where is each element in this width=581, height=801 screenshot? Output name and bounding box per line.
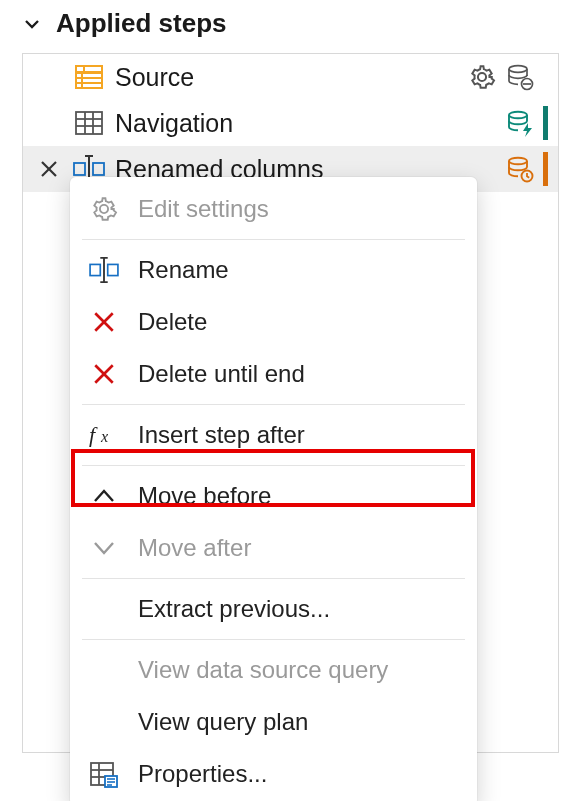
menu-label: Insert step after	[138, 421, 305, 449]
step-label: Navigation	[115, 109, 495, 138]
svg-text:f: f	[89, 422, 98, 447]
svg-rect-13	[76, 112, 102, 134]
svg-rect-9	[83, 84, 101, 87]
step-label: Source	[115, 63, 457, 92]
menu-label: Move after	[138, 534, 251, 562]
menu-separator	[82, 639, 465, 640]
gear-icon	[88, 193, 120, 225]
svg-rect-7	[83, 74, 101, 77]
svg-rect-6	[85, 67, 101, 71]
blank-icon	[88, 593, 120, 625]
table-icon	[73, 107, 105, 139]
menu-label: Edit settings	[138, 195, 269, 223]
svg-rect-3	[77, 74, 81, 77]
svg-rect-27	[90, 264, 100, 275]
delete-step-button[interactable]	[35, 158, 63, 180]
source-datasource-icon	[73, 61, 105, 93]
menu-insert-step-after[interactable]: f x Insert step after	[70, 409, 477, 461]
menu-rename[interactable]: Rename	[70, 244, 477, 296]
svg-rect-28	[108, 264, 118, 275]
blank-icon	[88, 706, 120, 738]
menu-delete-until-end[interactable]: Delete until end	[70, 348, 477, 400]
menu-label: Move before	[138, 482, 271, 510]
fx-icon: f x	[88, 419, 120, 451]
svg-rect-2	[77, 67, 83, 71]
menu-separator	[82, 465, 465, 466]
chevron-up-icon	[88, 480, 120, 512]
menu-extract-previous[interactable]: Extract previous...	[70, 583, 477, 635]
svg-rect-22	[74, 163, 85, 175]
svg-marker-19	[523, 123, 532, 137]
panel-title: Applied steps	[56, 8, 226, 39]
svg-text:x: x	[100, 428, 108, 445]
menu-label: View query plan	[138, 708, 308, 736]
menu-label: Delete	[138, 308, 207, 336]
database-clock-icon[interactable]	[505, 154, 535, 184]
menu-separator	[82, 239, 465, 240]
selection-bar	[543, 60, 548, 94]
x-icon	[88, 306, 120, 338]
menu-view-query-plan[interactable]: View query plan	[70, 696, 477, 748]
svg-rect-8	[83, 79, 101, 82]
chevron-down-icon	[88, 532, 120, 564]
applied-steps-header[interactable]: Applied steps	[0, 0, 581, 47]
menu-move-after: Move after	[70, 522, 477, 574]
menu-move-before[interactable]: Move before	[70, 470, 477, 522]
svg-point-18	[509, 112, 527, 119]
menu-label: View data source query	[138, 656, 388, 684]
step-row-source[interactable]: Source	[23, 54, 558, 100]
menu-label: Rename	[138, 256, 229, 284]
database-live-icon[interactable]	[505, 108, 535, 138]
database-warning-icon[interactable]	[505, 62, 535, 92]
menu-label: Delete until end	[138, 360, 305, 388]
chevron-down-icon	[22, 14, 42, 34]
blank-icon	[88, 654, 120, 686]
menu-view-data-source-query: View data source query	[70, 644, 477, 696]
selection-bar	[543, 152, 548, 186]
menu-label: Extract previous...	[138, 595, 330, 623]
menu-separator	[82, 404, 465, 405]
gear-icon[interactable]	[467, 62, 497, 92]
svg-point-25	[509, 158, 527, 165]
menu-properties[interactable]: Properties...	[70, 748, 477, 800]
x-icon	[88, 358, 120, 390]
properties-icon	[88, 758, 120, 790]
rename-icon	[88, 254, 120, 286]
menu-edit-settings: Edit settings	[70, 183, 477, 235]
menu-label: Properties...	[138, 760, 267, 788]
step-row-navigation[interactable]: Navigation	[23, 100, 558, 146]
svg-point-10	[509, 66, 527, 73]
svg-rect-23	[93, 163, 104, 175]
svg-rect-5	[77, 84, 81, 87]
menu-separator	[82, 578, 465, 579]
svg-rect-4	[77, 79, 81, 82]
selection-bar	[543, 106, 548, 140]
step-context-menu: Edit settings Rename Delete Delete until…	[70, 177, 477, 801]
menu-delete[interactable]: Delete	[70, 296, 477, 348]
